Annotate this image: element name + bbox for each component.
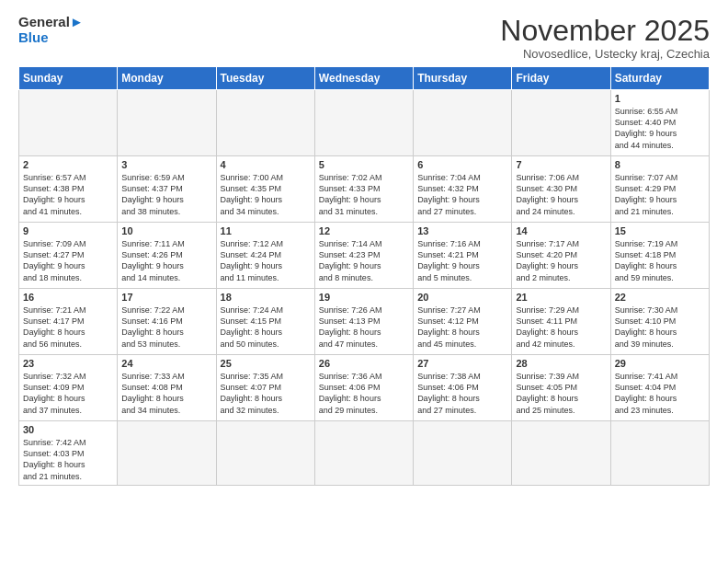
calendar-day-cell: 26Sunrise: 7:36 AM Sunset: 4:06 PM Dayli…: [314, 355, 413, 421]
calendar-day-cell: 8Sunrise: 7:07 AM Sunset: 4:29 PM Daylig…: [610, 156, 709, 223]
header: General► Blue November 2025 Novosedlice,…: [18, 15, 710, 61]
day-info: Sunrise: 7:12 AM Sunset: 4:24 PM Dayligh…: [221, 238, 311, 283]
day-info: Sunrise: 7:22 AM Sunset: 4:16 PM Dayligh…: [121, 304, 211, 350]
day-info: Sunrise: 7:26 AM Sunset: 4:13 PM Dayligh…: [319, 304, 409, 350]
calendar-day-cell: [610, 421, 709, 486]
day-info: Sunrise: 6:55 AM Sunset: 4:40 PM Dayligh…: [615, 106, 705, 151]
day-number: 2: [23, 159, 113, 170]
calendar-day-cell: 18Sunrise: 7:24 AM Sunset: 4:15 PM Dayli…: [216, 289, 314, 355]
day-number: 3: [121, 159, 211, 170]
day-number: 14: [516, 225, 606, 236]
calendar-day-cell: 7Sunrise: 7:06 AM Sunset: 4:30 PM Daylig…: [512, 156, 610, 223]
day-number: 27: [417, 358, 507, 369]
day-number: 1: [615, 93, 705, 104]
col-thursday: Thursday: [414, 67, 512, 90]
calendar-day-cell: 2Sunrise: 6:57 AM Sunset: 4:38 PM Daylig…: [19, 156, 118, 223]
day-info: Sunrise: 7:30 AM Sunset: 4:10 PM Dayligh…: [615, 304, 705, 350]
day-info: Sunrise: 6:57 AM Sunset: 4:38 PM Dayligh…: [23, 172, 113, 217]
day-number: 6: [417, 159, 507, 170]
calendar-day-cell: 16Sunrise: 7:21 AM Sunset: 4:17 PM Dayli…: [19, 289, 118, 355]
calendar-day-cell: 30Sunrise: 7:42 AM Sunset: 4:03 PM Dayli…: [19, 421, 118, 486]
day-info: Sunrise: 7:06 AM Sunset: 4:30 PM Dayligh…: [516, 172, 606, 217]
day-number: 11: [221, 225, 311, 236]
page: General► Blue November 2025 Novosedlice,…: [0, 0, 728, 495]
col-tuesday: Tuesday: [216, 67, 314, 90]
day-number: 17: [121, 292, 211, 303]
logo: General► Blue: [18, 15, 84, 45]
day-number: 9: [23, 225, 113, 236]
calendar-day-cell: 23Sunrise: 7:32 AM Sunset: 4:09 PM Dayli…: [19, 355, 118, 421]
day-number: 28: [516, 358, 606, 369]
col-sunday: Sunday: [19, 67, 118, 90]
logo-general-text: General►: [18, 15, 84, 30]
day-info: Sunrise: 7:07 AM Sunset: 4:29 PM Dayligh…: [615, 172, 705, 217]
day-number: 25: [221, 358, 311, 369]
day-number: 5: [319, 159, 409, 170]
day-info: Sunrise: 7:09 AM Sunset: 4:27 PM Dayligh…: [23, 238, 113, 283]
day-number: 19: [319, 292, 409, 303]
day-number: 24: [121, 358, 211, 369]
calendar-week-row: 30Sunrise: 7:42 AM Sunset: 4:03 PM Dayli…: [19, 421, 710, 486]
calendar-day-cell: [19, 90, 118, 156]
calendar-day-cell: 21Sunrise: 7:29 AM Sunset: 4:11 PM Dayli…: [512, 289, 610, 355]
day-info: Sunrise: 7:02 AM Sunset: 4:33 PM Dayligh…: [319, 172, 409, 217]
day-info: Sunrise: 7:39 AM Sunset: 4:05 PM Dayligh…: [516, 371, 606, 416]
location-subtitle: Novosedlice, Ustecky kraj, Czechia: [500, 47, 710, 61]
day-info: Sunrise: 7:41 AM Sunset: 4:04 PM Dayligh…: [615, 371, 705, 416]
day-number: 10: [121, 225, 211, 236]
title-area: November 2025 Novosedlice, Ustecky kraj,…: [500, 15, 710, 61]
day-number: 26: [319, 358, 409, 369]
calendar-day-cell: 1Sunrise: 6:55 AM Sunset: 4:40 PM Daylig…: [610, 90, 709, 156]
day-info: Sunrise: 7:21 AM Sunset: 4:17 PM Dayligh…: [23, 304, 113, 350]
day-number: 20: [417, 292, 507, 303]
calendar-table: Sunday Monday Tuesday Wednesday Thursday…: [18, 66, 710, 486]
day-number: 12: [319, 225, 409, 236]
col-wednesday: Wednesday: [314, 67, 413, 90]
calendar-day-cell: [314, 90, 413, 156]
day-number: 15: [615, 225, 705, 236]
day-info: Sunrise: 7:04 AM Sunset: 4:32 PM Dayligh…: [417, 172, 507, 217]
calendar-day-cell: 27Sunrise: 7:38 AM Sunset: 4:06 PM Dayli…: [414, 355, 512, 421]
day-info: Sunrise: 7:32 AM Sunset: 4:09 PM Dayligh…: [23, 371, 113, 416]
day-info: Sunrise: 7:14 AM Sunset: 4:23 PM Dayligh…: [319, 238, 409, 283]
day-number: 18: [221, 292, 311, 303]
month-title: November 2025: [500, 15, 710, 47]
calendar-header-row: Sunday Monday Tuesday Wednesday Thursday…: [19, 67, 710, 90]
col-monday: Monday: [118, 67, 216, 90]
calendar-day-cell: 3Sunrise: 6:59 AM Sunset: 4:37 PM Daylig…: [118, 156, 216, 223]
calendar-day-cell: 24Sunrise: 7:33 AM Sunset: 4:08 PM Dayli…: [118, 355, 216, 421]
day-info: Sunrise: 7:00 AM Sunset: 4:35 PM Dayligh…: [221, 172, 311, 217]
day-info: Sunrise: 7:33 AM Sunset: 4:08 PM Dayligh…: [121, 371, 211, 416]
calendar-day-cell: [216, 421, 314, 486]
calendar-day-cell: 11Sunrise: 7:12 AM Sunset: 4:24 PM Dayli…: [216, 223, 314, 289]
day-number: 13: [417, 225, 507, 236]
day-info: Sunrise: 7:29 AM Sunset: 4:11 PM Dayligh…: [516, 304, 606, 350]
col-friday: Friday: [512, 67, 610, 90]
calendar-day-cell: 6Sunrise: 7:04 AM Sunset: 4:32 PM Daylig…: [414, 156, 512, 223]
calendar-day-cell: [512, 90, 610, 156]
calendar-day-cell: [414, 90, 512, 156]
day-info: Sunrise: 7:42 AM Sunset: 4:03 PM Dayligh…: [23, 437, 113, 482]
day-number: 16: [23, 292, 113, 303]
calendar-day-cell: [118, 90, 216, 156]
day-info: Sunrise: 7:11 AM Sunset: 4:26 PM Dayligh…: [121, 238, 211, 283]
calendar-day-cell: [414, 421, 512, 486]
day-number: 21: [516, 292, 606, 303]
calendar-day-cell: 28Sunrise: 7:39 AM Sunset: 4:05 PM Dayli…: [512, 355, 610, 421]
calendar-day-cell: [314, 421, 413, 486]
calendar-day-cell: 25Sunrise: 7:35 AM Sunset: 4:07 PM Dayli…: [216, 355, 314, 421]
calendar-day-cell: 17Sunrise: 7:22 AM Sunset: 4:16 PM Dayli…: [118, 289, 216, 355]
calendar-day-cell: 29Sunrise: 7:41 AM Sunset: 4:04 PM Dayli…: [610, 355, 709, 421]
day-info: Sunrise: 7:38 AM Sunset: 4:06 PM Dayligh…: [417, 371, 507, 416]
calendar-day-cell: 4Sunrise: 7:00 AM Sunset: 4:35 PM Daylig…: [216, 156, 314, 223]
day-number: 23: [23, 358, 113, 369]
calendar-day-cell: 15Sunrise: 7:19 AM Sunset: 4:18 PM Dayli…: [610, 223, 709, 289]
day-number: 4: [221, 159, 311, 170]
day-number: 30: [23, 424, 113, 435]
day-info: Sunrise: 7:27 AM Sunset: 4:12 PM Dayligh…: [417, 304, 507, 350]
calendar-day-cell: [216, 90, 314, 156]
col-saturday: Saturday: [610, 67, 709, 90]
calendar-day-cell: 9Sunrise: 7:09 AM Sunset: 4:27 PM Daylig…: [19, 223, 118, 289]
day-info: Sunrise: 6:59 AM Sunset: 4:37 PM Dayligh…: [121, 172, 211, 217]
calendar-day-cell: 10Sunrise: 7:11 AM Sunset: 4:26 PM Dayli…: [118, 223, 216, 289]
